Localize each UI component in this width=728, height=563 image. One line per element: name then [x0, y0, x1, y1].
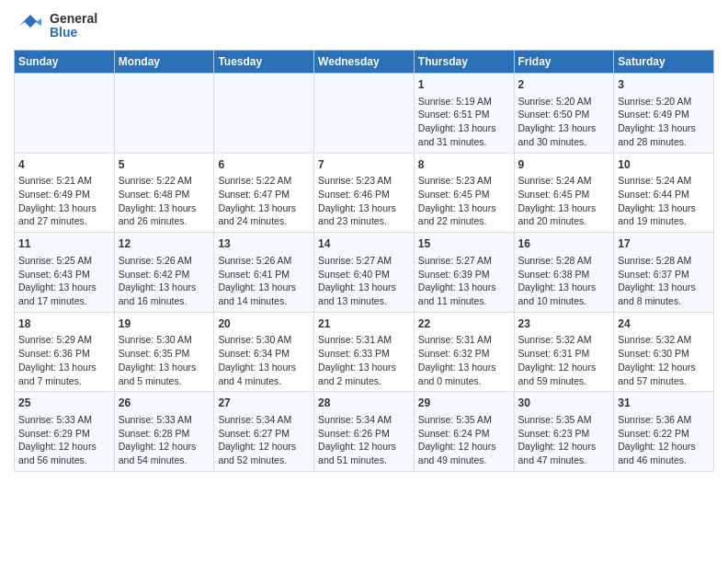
week-row-5: 25Sunrise: 5:33 AM Sunset: 6:29 PM Dayli…	[15, 392, 714, 472]
calendar-cell: 6Sunrise: 5:22 AM Sunset: 6:47 PM Daylig…	[214, 153, 314, 233]
day-number: 25	[18, 396, 110, 411]
day-content: Sunrise: 5:31 AM Sunset: 6:32 PM Dayligh…	[418, 333, 510, 387]
week-row-1: 1Sunrise: 5:19 AM Sunset: 6:51 PM Daylig…	[15, 74, 714, 154]
calendar-cell: 24Sunrise: 5:32 AM Sunset: 6:30 PM Dayli…	[614, 312, 714, 392]
day-number: 20	[218, 316, 310, 332]
day-number: 5	[119, 157, 210, 173]
day-number: 31	[618, 396, 710, 411]
day-content: Sunrise: 5:22 AM Sunset: 6:47 PM Dayligh…	[218, 174, 310, 228]
day-content: Sunrise: 5:33 AM Sunset: 6:28 PM Dayligh…	[119, 413, 210, 467]
day-content: Sunrise: 5:35 AM Sunset: 6:23 PM Dayligh…	[518, 413, 610, 467]
day-content: Sunrise: 5:34 AM Sunset: 6:26 PM Dayligh…	[318, 413, 410, 467]
calendar-cell: 3Sunrise: 5:20 AM Sunset: 6:49 PM Daylig…	[614, 74, 714, 154]
day-number: 2	[518, 77, 610, 93]
day-number: 12	[119, 236, 210, 252]
calendar-cell: 15Sunrise: 5:27 AM Sunset: 6:39 PM Dayli…	[414, 233, 514, 313]
calendar-cell: 16Sunrise: 5:28 AM Sunset: 6:38 PM Dayli…	[514, 233, 614, 313]
day-content: Sunrise: 5:33 AM Sunset: 6:29 PM Dayligh…	[18, 413, 110, 467]
calendar-cell: 4Sunrise: 5:21 AM Sunset: 6:49 PM Daylig…	[15, 153, 115, 233]
day-number: 14	[318, 236, 410, 252]
calendar-cell: 27Sunrise: 5:34 AM Sunset: 6:27 PM Dayli…	[214, 392, 314, 472]
header-day-wednesday: Wednesday	[314, 51, 415, 74]
day-number: 26	[119, 396, 210, 411]
logo-bird-icon	[14, 9, 47, 42]
calendar-cell: 30Sunrise: 5:35 AM Sunset: 6:23 PM Dayli…	[514, 392, 614, 472]
day-number: 19	[119, 316, 210, 332]
calendar-cell: 8Sunrise: 5:23 AM Sunset: 6:45 PM Daylig…	[414, 153, 514, 233]
calendar-body: 1Sunrise: 5:19 AM Sunset: 6:51 PM Daylig…	[15, 74, 714, 472]
day-number: 21	[318, 316, 410, 332]
calendar-cell: 12Sunrise: 5:26 AM Sunset: 6:42 PM Dayli…	[114, 233, 214, 313]
calendar-cell	[114, 74, 214, 154]
day-number: 11	[18, 236, 110, 252]
day-content: Sunrise: 5:24 AM Sunset: 6:45 PM Dayligh…	[518, 174, 610, 228]
day-content: Sunrise: 5:36 AM Sunset: 6:22 PM Dayligh…	[618, 413, 710, 467]
header-day-saturday: Saturday	[614, 51, 714, 74]
day-content: Sunrise: 5:32 AM Sunset: 6:30 PM Dayligh…	[618, 333, 710, 387]
calendar-cell: 2Sunrise: 5:20 AM Sunset: 6:50 PM Daylig…	[514, 74, 614, 154]
day-number: 1	[418, 77, 510, 93]
day-number: 28	[318, 396, 410, 411]
calendar-cell: 9Sunrise: 5:24 AM Sunset: 6:45 PM Daylig…	[514, 153, 614, 233]
day-number: 27	[218, 396, 310, 411]
day-number: 3	[618, 77, 710, 93]
day-content: Sunrise: 5:23 AM Sunset: 6:46 PM Dayligh…	[318, 174, 410, 228]
day-content: Sunrise: 5:29 AM Sunset: 6:36 PM Dayligh…	[18, 333, 110, 387]
day-content: Sunrise: 5:26 AM Sunset: 6:41 PM Dayligh…	[218, 254, 310, 308]
day-number: 30	[518, 396, 610, 411]
day-content: Sunrise: 5:19 AM Sunset: 6:51 PM Dayligh…	[418, 95, 510, 149]
day-content: Sunrise: 5:20 AM Sunset: 6:50 PM Dayligh…	[518, 95, 610, 149]
day-number: 9	[518, 157, 610, 173]
day-content: Sunrise: 5:35 AM Sunset: 6:24 PM Dayligh…	[418, 413, 510, 467]
day-number: 13	[218, 236, 310, 252]
calendar-cell: 25Sunrise: 5:33 AM Sunset: 6:29 PM Dayli…	[15, 392, 115, 472]
calendar-cell: 5Sunrise: 5:22 AM Sunset: 6:48 PM Daylig…	[114, 153, 214, 233]
calendar-header: SundayMondayTuesdayWednesdayThursdayFrid…	[15, 51, 714, 74]
day-number: 18	[18, 316, 110, 332]
day-content: Sunrise: 5:31 AM Sunset: 6:33 PM Dayligh…	[318, 333, 410, 387]
day-content: Sunrise: 5:30 AM Sunset: 6:35 PM Dayligh…	[119, 333, 210, 387]
calendar-cell: 20Sunrise: 5:30 AM Sunset: 6:34 PM Dayli…	[214, 312, 314, 392]
day-number: 4	[18, 157, 110, 173]
day-number: 15	[418, 236, 510, 252]
logo-text: General Blue	[50, 12, 97, 40]
week-row-3: 11Sunrise: 5:25 AM Sunset: 6:43 PM Dayli…	[15, 233, 714, 313]
calendar-cell: 23Sunrise: 5:32 AM Sunset: 6:31 PM Dayli…	[514, 312, 614, 392]
calendar-cell	[15, 74, 115, 154]
calendar-cell: 19Sunrise: 5:30 AM Sunset: 6:35 PM Dayli…	[114, 312, 214, 392]
day-content: Sunrise: 5:22 AM Sunset: 6:48 PM Dayligh…	[119, 174, 210, 228]
calendar-table: SundayMondayTuesdayWednesdayThursdayFrid…	[14, 50, 714, 472]
day-content: Sunrise: 5:28 AM Sunset: 6:37 PM Dayligh…	[618, 254, 710, 308]
calendar-cell: 28Sunrise: 5:34 AM Sunset: 6:26 PM Dayli…	[314, 392, 415, 472]
calendar-cell: 26Sunrise: 5:33 AM Sunset: 6:28 PM Dayli…	[114, 392, 214, 472]
day-content: Sunrise: 5:24 AM Sunset: 6:44 PM Dayligh…	[618, 174, 710, 228]
calendar-cell: 18Sunrise: 5:29 AM Sunset: 6:36 PM Dayli…	[15, 312, 115, 392]
day-number: 22	[418, 316, 510, 332]
calendar-cell: 1Sunrise: 5:19 AM Sunset: 6:51 PM Daylig…	[414, 74, 514, 154]
day-content: Sunrise: 5:21 AM Sunset: 6:49 PM Dayligh…	[18, 174, 110, 228]
day-content: Sunrise: 5:28 AM Sunset: 6:38 PM Dayligh…	[518, 254, 610, 308]
day-number: 17	[618, 236, 710, 252]
day-number: 10	[618, 157, 710, 173]
day-content: Sunrise: 5:32 AM Sunset: 6:31 PM Dayligh…	[518, 333, 610, 387]
header-row: SundayMondayTuesdayWednesdayThursdayFrid…	[15, 51, 714, 74]
calendar-cell: 11Sunrise: 5:25 AM Sunset: 6:43 PM Dayli…	[15, 233, 115, 313]
day-number: 24	[618, 316, 710, 332]
page-header: General Blue	[14, 9, 714, 42]
day-content: Sunrise: 5:27 AM Sunset: 6:39 PM Dayligh…	[418, 254, 510, 308]
day-number: 6	[218, 157, 310, 173]
week-row-2: 4Sunrise: 5:21 AM Sunset: 6:49 PM Daylig…	[15, 153, 714, 233]
day-number: 29	[418, 396, 510, 411]
calendar-cell: 31Sunrise: 5:36 AM Sunset: 6:22 PM Dayli…	[614, 392, 714, 472]
day-number: 23	[518, 316, 610, 332]
header-day-tuesday: Tuesday	[214, 51, 314, 74]
calendar-cell: 14Sunrise: 5:27 AM Sunset: 6:40 PM Dayli…	[314, 233, 415, 313]
header-day-friday: Friday	[514, 51, 614, 74]
day-number: 7	[318, 157, 410, 173]
day-content: Sunrise: 5:34 AM Sunset: 6:27 PM Dayligh…	[218, 413, 310, 467]
logo-container: General Blue	[14, 9, 97, 42]
header-day-sunday: Sunday	[15, 51, 115, 74]
calendar-cell: 22Sunrise: 5:31 AM Sunset: 6:32 PM Dayli…	[414, 312, 514, 392]
day-content: Sunrise: 5:23 AM Sunset: 6:45 PM Dayligh…	[418, 174, 510, 228]
calendar-cell: 7Sunrise: 5:23 AM Sunset: 6:46 PM Daylig…	[314, 153, 415, 233]
